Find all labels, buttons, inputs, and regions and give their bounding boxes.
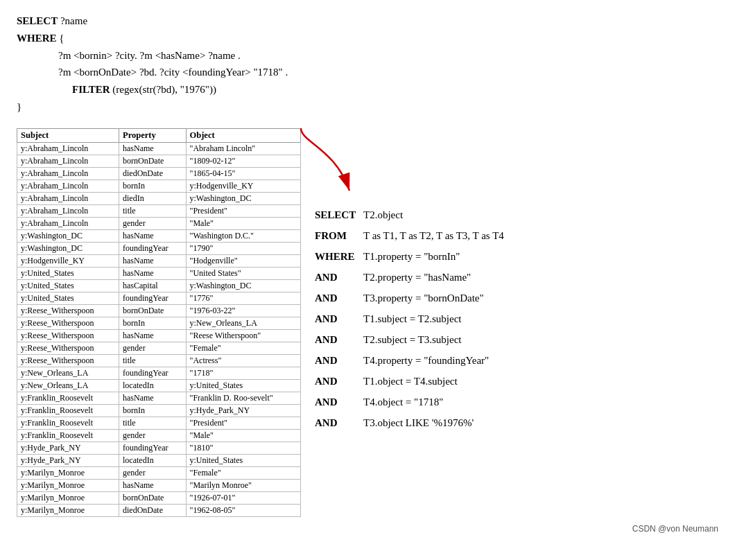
cell-property: hasName [119,479,186,491]
sql-and8-val: T3.object LIKE '%1976%' [363,412,474,433]
cell-subject: y:Abraham_Lincoln [17,155,119,167]
sparql-filter-val: (regex(str(?bd), "1976")) [110,84,216,95]
table-row: y:Reese_WitherspoonbornOnDate"1976-03-22… [17,304,301,317]
cell-property: foundingYear [119,292,186,304]
cell-subject: y:Abraham_Lincoln [17,217,119,229]
table-row: y:Marilyn_MonroehasName"Marilyn Monroe" [17,479,301,491]
cell-object: y:Washington_DC [186,192,301,204]
right-section: SELECT T2.object FROM T as T1, T as T2, … [301,128,718,433]
cell-object: "Actress" [186,354,301,367]
cell-property: gender [119,429,186,441]
table-row: y:Franklin_Roosevelttitle"President" [17,417,301,429]
main-content: Subject Property Object y:Abraham_Lincol… [17,128,718,517]
cell-subject: y:Abraham_Lincoln [17,180,119,192]
triple-table: Subject Property Object y:Abraham_Lincol… [17,128,301,517]
cell-property: bornIn [119,180,186,192]
cell-object: "Washington D.C." [186,229,301,242]
cell-object: "Male" [186,429,301,441]
table-section: Subject Property Object y:Abraham_Lincol… [17,128,301,517]
table-row: y:Abraham_LincolnhasName"Abraham Lincoln… [17,142,301,155]
table-row: y:Abraham_LincolnbornIny:Hodgenville_KY [17,180,301,192]
cell-object: "1976-03-22" [186,304,301,317]
cell-subject: y:Washington_DC [17,229,119,242]
cell-subject: y:Marilyn_Monroe [17,491,119,504]
sql-from-kw: FROM [315,225,363,246]
cell-subject: y:Franklin_Roosevelt [17,417,119,429]
table-row: y:Abraham_LincolndiedOnDate"1865-04-15" [17,167,301,180]
cell-subject: y:Franklin_Roosevelt [17,404,119,417]
cell-object: y:New_Orleans_LA [186,317,301,329]
sparql-select-kw: SELECT [17,15,58,26]
cell-subject: y:Abraham_Lincoln [17,204,119,217]
sql-where-kw: WHERE [315,246,363,267]
table-row: y:Marilyn_MonroediedOnDate"1962-08-05" [17,504,301,516]
cell-property: hasCapital [119,279,186,292]
sql-block: SELECT T2.object FROM T as T1, T as T2, … [315,204,718,433]
cell-property: hasName [119,142,186,155]
cell-object: "1926-07-01" [186,491,301,504]
cell-property: gender [119,342,186,354]
cell-property: locatedIn [119,379,186,392]
table-row: y:Franklin_RoosevelthasName"Franklin D. … [17,392,301,404]
cell-subject: y:Reese_Witherspoon [17,317,119,329]
cell-subject: y:New_Orleans_LA [17,367,119,379]
sql-from-val: T as T1, T as T2, T as T3, T as T4 [363,225,504,246]
col-subject: Subject [17,128,119,142]
table-row: y:Reese_WitherspoonbornIny:New_Orleans_L… [17,317,301,329]
sparql-where-kw: WHERE [17,33,57,44]
table-row: y:Abraham_LincolndiedIny:Washington_DC [17,192,301,204]
table-row: y:Abraham_Lincolngender"Male" [17,217,301,229]
cell-object: "Franklin D. Roo-sevelt" [186,392,301,404]
watermark: CSDN @von Neumann [17,524,718,534]
table-row: y:United_StateshasName"United States" [17,267,301,279]
sparql-block: SELECT ?name WHERE { ?m <bornin> ?city. … [17,12,718,116]
table-row: y:Washington_DChasName"Washington D.C." [17,229,301,242]
sql-and5-kw: AND [315,350,363,371]
sql-where-val: T1.property = "bornIn" [363,246,460,267]
cell-property: bornOnDate [119,491,186,504]
cell-property: foundingYear [119,242,186,254]
table-row: y:United_StateshasCapitaly:Washington_DC [17,279,301,292]
col-property: Property [119,128,186,142]
sparql-filter-kw: FILTER [72,84,110,95]
cell-object: "Abraham Lincoln" [186,142,301,155]
cell-property: bornOnDate [119,155,186,167]
cell-object: y:Hodgenville_KY [186,180,301,192]
cell-object: "Marilyn Monroe" [186,479,301,491]
cell-property: bornIn [119,404,186,417]
sparql-line4: ?m <bornOnDate> ?bd. ?city <foundingYear… [58,67,288,78]
sql-and7-val: T4.object = "1718" [363,392,443,412]
cell-object: "United States" [186,267,301,279]
table-row: y:Washington_DCfoundingYear"1790" [17,242,301,254]
cell-subject: y:Hyde_Park_NY [17,454,119,466]
cell-subject: y:Abraham_Lincoln [17,142,119,155]
table-row: y:Hodgenville_KYhasName"Hodgenville" [17,254,301,267]
sql-and4-val: T2.subject = T3.subject [363,329,462,350]
cell-object: y:Washington_DC [186,279,301,292]
sql-and2-val: T3.property = "bornOnDate" [363,288,484,308]
sql-and7-kw: AND [315,392,363,412]
sparql-where-brace: { [57,33,64,44]
table-row: y:Hyde_Park_NYfoundingYear"1810" [17,441,301,454]
sql-and8-kw: AND [315,412,363,433]
cell-property: diedOnDate [119,504,186,516]
sparql-close-brace: } [17,101,21,112]
cell-property: locatedIn [119,454,186,466]
cell-property: title [119,204,186,217]
cell-object: y:United_States [186,379,301,392]
cell-property: hasName [119,392,186,404]
table-row: y:Hyde_Park_NYlocatedIny:United_States [17,454,301,466]
cell-subject: y:Franklin_Roosevelt [17,429,119,441]
cell-object: "President" [186,204,301,217]
cell-property: gender [119,466,186,479]
cell-subject: y:Marilyn_Monroe [17,504,119,516]
cell-property: hasName [119,329,186,342]
cell-property: hasName [119,254,186,267]
table-row: y:New_Orleans_LAlocatedIny:United_States [17,379,301,392]
sparql-select-val: ?name [58,15,87,26]
cell-property: diedIn [119,192,186,204]
cell-property: title [119,417,186,429]
table-row: y:United_StatesfoundingYear"1776" [17,292,301,304]
cell-object: y:Hyde_Park_NY [186,404,301,417]
sparql-line3: ?m <bornin> ?city. ?m <hasName> ?name . [58,50,241,61]
